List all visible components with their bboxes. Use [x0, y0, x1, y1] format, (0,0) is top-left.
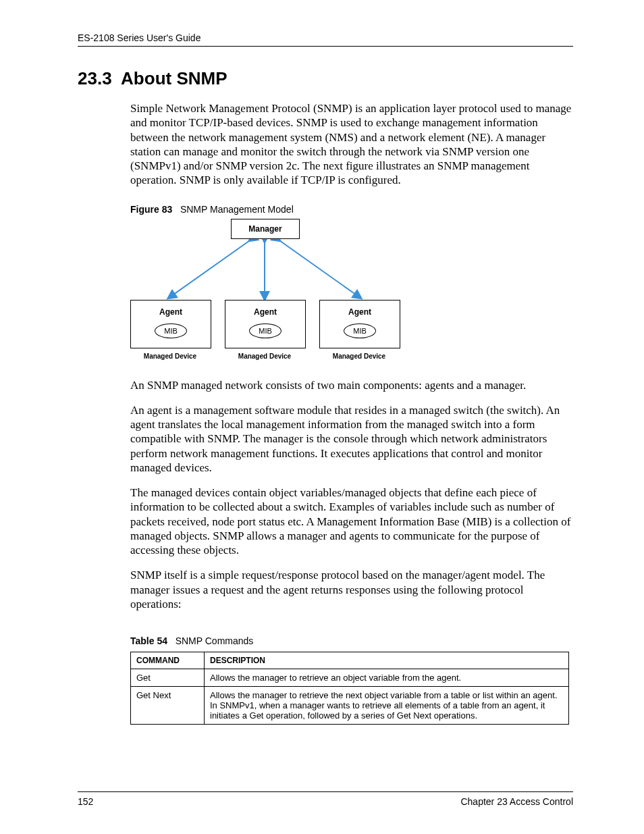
- agent-node-1: Agent MIB: [130, 300, 211, 348]
- cell-command: Get: [131, 669, 205, 687]
- paragraph: An SNMP managed network consists of two …: [130, 378, 573, 392]
- mib-node: MIB: [249, 323, 281, 338]
- table-label: Table 54 SNMP Commands: [130, 635, 573, 646]
- table-caption: SNMP Commands: [176, 635, 254, 646]
- cell-command: Get Next: [131, 687, 205, 725]
- agent-label: Agent: [131, 307, 211, 317]
- page-footer: 152 Chapter 23 Access Control: [78, 791, 573, 807]
- svg-line-0: [171, 239, 252, 296]
- cell-description: Allows the manager to retrieve an object…: [205, 669, 569, 687]
- mib-node: MIB: [344, 323, 376, 338]
- section-title-text: About SNMP: [121, 68, 227, 88]
- running-header: ES-2108 Series User's Guide: [78, 32, 573, 47]
- paragraph: An agent is a management software module…: [130, 403, 573, 475]
- snmp-commands-table: COMMAND DESCRIPTION Get Allows the manag…: [130, 652, 569, 725]
- section-number: 23.3: [78, 68, 112, 88]
- table-row: Get Allows the manager to retrieve an ob…: [131, 669, 569, 687]
- table-header-row: COMMAND DESCRIPTION: [131, 652, 569, 669]
- managed-device-label: Managed Device: [130, 353, 210, 360]
- chapter-label: Chapter 23 Access Control: [460, 796, 573, 807]
- agent-label: Agent: [225, 307, 305, 317]
- mib-node: MIB: [155, 323, 187, 338]
- agent-node-3: Agent MIB: [319, 300, 400, 348]
- manager-node: Manager: [231, 219, 300, 239]
- agent-label: Agent: [320, 307, 400, 317]
- svg-line-2: [277, 239, 358, 296]
- table-row: Get Next Allows the manager to retrieve …: [131, 687, 569, 725]
- col-header-description: DESCRIPTION: [205, 652, 569, 669]
- figure-number: Figure 83: [130, 204, 172, 215]
- figure-label: Figure 83 SNMP Management Model: [130, 204, 573, 215]
- paragraph: The managed devices contain object varia…: [130, 486, 573, 557]
- section-heading: 23.3 About SNMP: [78, 68, 573, 89]
- cell-description: Allows the manager to retrieve the next …: [205, 687, 569, 725]
- agent-node-2: Agent MIB: [225, 300, 306, 348]
- snmp-diagram: Manager Agent MIB Managed Device Agent M…: [130, 219, 399, 366]
- page-number: 152: [78, 796, 93, 807]
- managed-device-label: Managed Device: [225, 353, 304, 360]
- managed-device-label: Managed Device: [319, 353, 399, 360]
- paragraph: SNMP itself is a simple request/response…: [130, 568, 573, 611]
- col-header-command: COMMAND: [131, 652, 205, 669]
- paragraph: Simple Network Management Protocol (SNMP…: [130, 101, 573, 188]
- figure-caption: SNMP Management Model: [180, 204, 294, 215]
- table-number: Table 54: [130, 635, 167, 646]
